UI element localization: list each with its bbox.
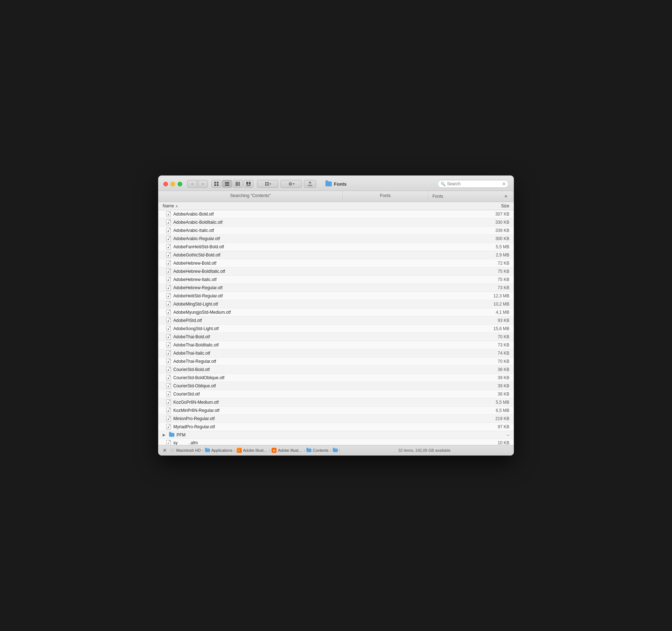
file-size: 74 KB [474, 351, 509, 356]
list-item[interactable]: A MinionPro-Regular.otf 219 KB [158, 415, 514, 423]
file-name: AdobeHeitiStd-Regular.otf [173, 293, 474, 298]
icon-view-button[interactable] [211, 180, 221, 188]
list-item[interactable]: A AdobeThai-Bold.otf 70 KB [158, 333, 514, 341]
list-item[interactable]: A AdobeHebrew-Regular.otf 73 KB [158, 284, 514, 292]
list-item[interactable]: A AdobeThai-Italic.otf 74 KB [158, 349, 514, 357]
name-column-header[interactable]: Name ∧ [163, 203, 474, 208]
search-box[interactable]: 🔍 ✕ [437, 180, 509, 188]
font-file-icon: A [166, 408, 171, 413]
file-size: 15,6 MB [474, 326, 509, 331]
breadcrumb: Macintosh HD›Applications›🎨Adobe Illust…… [170, 448, 340, 453]
file-name: AdobeThai-Regular.otf [173, 359, 474, 364]
maximize-button[interactable] [178, 182, 182, 186]
breadcrumb-item-contents[interactable]: Contents [306, 448, 329, 452]
file-size: 339 KB [474, 228, 509, 233]
font-file-icon: A [166, 260, 171, 266]
font-file-icon: A [166, 334, 171, 340]
file-type-icon: A [166, 350, 171, 356]
back-button[interactable]: ‹ [187, 180, 197, 188]
list-item[interactable]: A AdobeHebrew-Bold.otf 72 KB [158, 259, 514, 267]
list-item[interactable]: A KozGoPr6N-Medium.otf 5,5 MB [158, 398, 514, 407]
file-type-icon: A [166, 260, 171, 266]
file-size: 75 KB [474, 269, 509, 274]
breadcrumb-item-adobe-illust…[interactable]: AiAdobe Illust… [272, 448, 302, 453]
size-column-header[interactable]: Size [474, 203, 509, 208]
file-size: 93 KB [474, 318, 509, 323]
list-item[interactable]: A MyriadPro-Regular.otf 97 KB [158, 423, 514, 431]
breadcrumb-separator: › [269, 448, 270, 452]
breadcrumb-item-adobe-illust…[interactable]: 🎨Adobe Illust… [237, 448, 267, 453]
extra-file-rows: A sy_____.afm 10 KB T sy_____.pfb 35 KB … [158, 439, 514, 445]
file-type-icon: A [166, 269, 171, 274]
list-item[interactable]: A AdobeHebrew-Italic.otf 75 KB [158, 276, 514, 284]
col-header-search[interactable]: Searching "Contents" [158, 191, 343, 202]
col-header-fonts2[interactable]: Fonts + [428, 191, 514, 202]
breadcrumb-label: Contents [313, 448, 329, 452]
gear-button[interactable]: ▾ [280, 180, 302, 188]
list-item[interactable]: A AdobeArabic-BoldItalic.otf 330 KB [158, 218, 514, 227]
file-type-icon: A [166, 277, 171, 282]
forward-button[interactable]: › [198, 180, 208, 188]
search-input[interactable] [447, 181, 500, 186]
list-item[interactable]: A KozMinPr6N-Regular.otf 6,5 MB [158, 407, 514, 415]
font-file-icon: A [166, 391, 171, 397]
list-item[interactable]: A AdobeFanHeitiStd-Bold.otf 5,5 MB [158, 243, 514, 251]
list-item[interactable]: A AdobePiStd.otf 93 KB [158, 317, 514, 325]
list-item[interactable]: A AdobeHeitiStd-Regular.otf 12,3 MB [158, 292, 514, 300]
file-name: sy_____.afm [173, 440, 474, 445]
list-item[interactable]: A AdobeHebrew-BoldItalic.otf 75 KB [158, 267, 514, 276]
file-type-icon: A [166, 399, 171, 405]
file-type-icon: A [166, 293, 171, 299]
font-file-icon: A [166, 359, 171, 364]
close-button[interactable] [163, 182, 168, 186]
share-button[interactable] [304, 180, 316, 188]
cover-flow-button[interactable] [243, 180, 253, 188]
list-item[interactable]: A CourierStd-BoldOblique.otf 39 KB [158, 374, 514, 382]
file-type-icon: A [166, 359, 171, 364]
col-header-fonts1[interactable]: Fonts [343, 191, 428, 202]
column-headers: Searching "Contents" Fonts Fonts + [158, 191, 514, 202]
expand-arrow-icon[interactable]: ▶ [163, 433, 168, 437]
statusbar: ✕ Macintosh HD›Applications›🎨Adobe Illus… [158, 445, 514, 455]
svg-rect-8 [237, 182, 238, 186]
minimize-button[interactable] [170, 182, 175, 186]
list-item[interactable]: A sy_____.afm 10 KB [158, 439, 514, 445]
action-button[interactable]: ▾ [257, 180, 278, 188]
add-column-button[interactable]: + [503, 193, 509, 200]
file-type-icon: A [166, 236, 171, 242]
list-item[interactable]: A AdobeGothicStd-Bold.otf 2,9 MB [158, 251, 514, 259]
list-item[interactable]: A AdobeSongStd-Light.otf 15,6 MB [158, 325, 514, 333]
list-view-button[interactable] [222, 180, 232, 188]
list-item[interactable]: A AdobeMyungjoStd-Medium.otf 4,1 MB [158, 308, 514, 317]
font-file-icon: A [166, 211, 171, 217]
font-file-icon: A [166, 252, 171, 258]
svg-rect-5 [225, 184, 229, 184]
list-item[interactable]: A AdobeArabic-Regular.otf 300 KB [158, 235, 514, 243]
list-item[interactable]: A AdobeThai-BoldItalic.otf 73 KB [158, 341, 514, 349]
folder-row-pfm[interactable]: ▶ PFM -- [158, 431, 514, 439]
breadcrumb-item-applications[interactable]: Applications [205, 448, 232, 452]
folder-icon [333, 449, 338, 452]
file-type-icon: A [166, 309, 171, 315]
list-item[interactable]: A CourierStd.otf 38 KB [158, 390, 514, 398]
file-type-icon: A [166, 285, 171, 291]
file-size: 12,3 MB [474, 293, 509, 298]
file-name: AdobePiStd.otf [173, 318, 474, 323]
list-item[interactable]: A AdobeMingStd-Light.otf 10,2 MB [158, 300, 514, 308]
column-view-button[interactable] [233, 180, 243, 188]
statusbar-info: 32 items, 192,09 GB available [340, 448, 509, 452]
breadcrumb-label: Macintosh HD [176, 448, 201, 452]
breadcrumb-item-required[interactable]: Required [333, 448, 340, 452]
folder-icon [306, 449, 311, 452]
svg-rect-6 [225, 185, 229, 186]
cancel-button[interactable]: ✕ [163, 447, 167, 453]
list-item[interactable]: A AdobeThai-Regular.otf 70 KB [158, 357, 514, 366]
list-item[interactable]: A CourierStd-Bold.otf 38 KB [158, 366, 514, 374]
file-name: KozGoPr6N-Medium.otf [173, 400, 474, 405]
list-item[interactable]: A AdobeArabic-Bold.otf 307 KB [158, 210, 514, 218]
file-size: 39 KB [474, 375, 509, 380]
breadcrumb-item-macintosh-hd[interactable]: Macintosh HD [170, 448, 201, 452]
search-clear-button[interactable]: ✕ [502, 181, 506, 187]
list-item[interactable]: A CourierStd-Oblique.otf 39 KB [158, 382, 514, 390]
list-item[interactable]: A AdobeArabic-Italic.otf 339 KB [158, 227, 514, 235]
